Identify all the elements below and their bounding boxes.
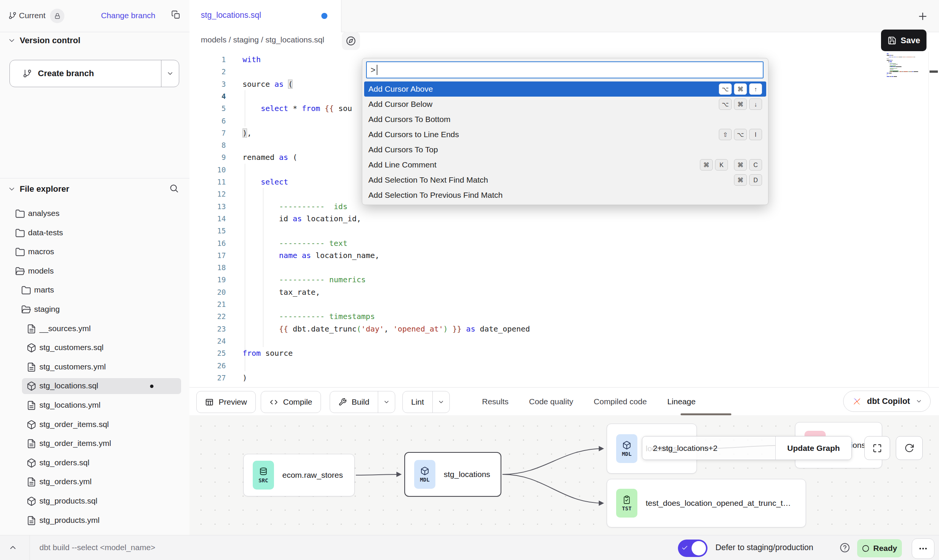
- palette-item-add-cursors-to-top[interactable]: Add Cursors To Top: [362, 142, 768, 157]
- file-tree-item-stg-customers-yml[interactable]: stg_customers.yml: [0, 359, 189, 375]
- code-line-15: 15: [189, 225, 883, 237]
- tab-compiled-code[interactable]: Compiled code: [594, 397, 647, 406]
- line-number: 5: [189, 102, 226, 115]
- help-icon[interactable]: [840, 543, 850, 553]
- line-number: 2: [189, 66, 226, 78]
- new-tab-button[interactable]: [917, 11, 928, 22]
- ellipsis-icon: [918, 544, 928, 554]
- lineage-node-test-does-location-opened[interactable]: TSTtest_does_location_opened_at_trunc_t…: [607, 479, 806, 527]
- update-graph-button[interactable]: Update Graph: [775, 436, 851, 460]
- lineage-selector-value: 2+stg_locations+2: [653, 444, 717, 453]
- lineage-selector-input[interactable]: 2+stg_locations+2: [642, 436, 775, 460]
- search-icon[interactable]: [169, 183, 179, 193]
- key-cap: ⌥: [719, 83, 732, 95]
- file-tree-item-stg-products-yml[interactable]: stg_products.yml: [0, 513, 189, 529]
- line-number: 1: [189, 53, 226, 66]
- file-tree-item-macros[interactable]: macros: [0, 244, 189, 260]
- dbt-copilot-button[interactable]: dbt Copilot: [843, 391, 931, 412]
- tab-code-quality[interactable]: Code quality: [529, 397, 573, 406]
- refresh-graph-button[interactable]: [896, 436, 923, 460]
- key-cap: I: [749, 129, 762, 140]
- lint-label: Lint: [411, 397, 424, 407]
- lineage-node-model-stg-locations[interactable]: MDLstg_locations: [404, 452, 501, 497]
- file-tree-item-marts[interactable]: marts: [0, 282, 189, 298]
- file-icon: [27, 324, 36, 334]
- file-tree-item-stg-locations-yml[interactable]: stg_locations.yml: [0, 397, 189, 413]
- file-tree-item-data-tests[interactable]: data-tests: [0, 225, 189, 241]
- lineage-graph-panel[interactable]: SRCecom.raw_storesMDLstg_locationsMDLloc…: [189, 415, 939, 535]
- overview-ruler[interactable]: [928, 52, 939, 387]
- file-tree-item-models[interactable]: models: [0, 263, 189, 279]
- file-explorer-section-header[interactable]: File explorer: [0, 182, 189, 197]
- create-branch-dropdown[interactable]: [161, 60, 179, 87]
- palette-item-add-cursors-to-line-ends[interactable]: Add Cursors to Line Ends⇧⌥I: [362, 127, 768, 142]
- palette-item-label: Add Cursors to Line Ends: [368, 130, 459, 139]
- file-tree-item-stg-customers-sql[interactable]: stg_customers.sql: [0, 340, 189, 356]
- palette-item-add-cursors-to-bottom[interactable]: Add Cursors To Bottom: [362, 112, 768, 127]
- line-number: 24: [189, 335, 226, 347]
- palette-item-add-selection-to-previous-find-match[interactable]: Add Selection To Previous Find Match: [362, 188, 768, 203]
- tab-lineage[interactable]: Lineage: [667, 397, 696, 406]
- cube-icon: [622, 441, 631, 450]
- build-button[interactable]: Build: [330, 391, 395, 413]
- file-tree-item-stg-order-items-yml[interactable]: stg_order_items.yml: [0, 436, 189, 452]
- file-tree-item--sources-yml[interactable]: __sources.yml: [0, 321, 189, 337]
- chevron-down-icon: [916, 398, 922, 405]
- expand-command-panel-button[interactable]: [8, 543, 17, 552]
- defer-label: Defer to staging/production: [715, 535, 813, 560]
- file-tree-item-stg-products-sql[interactable]: stg_products.sql: [0, 493, 189, 509]
- folder-icon: [21, 285, 31, 295]
- change-branch-link[interactable]: Change branch: [101, 11, 155, 20]
- palette-item-add-selection-to-next-find-match[interactable]: Add Selection To Next Find Match⌘D: [362, 172, 768, 188]
- palette-item-add-cursor-above[interactable]: Add Cursor Above⌥⌘↑: [364, 81, 766, 97]
- tab-stg-locations-sql[interactable]: stg_locations.sql: [189, 0, 341, 32]
- line-number: 4: [189, 90, 226, 103]
- file-tree-item-stg-locations-sql[interactable]: stg_locations.sql: [0, 378, 189, 394]
- version-control-section-header[interactable]: Version control: [0, 33, 189, 48]
- unsaved-changes-dot: [321, 13, 327, 19]
- file-name: stg_orders.sql: [39, 458, 89, 467]
- palette-item-add-cursor-below[interactable]: Add Cursor Below⌥⌘↓: [362, 97, 768, 112]
- preview-button[interactable]: Preview: [196, 391, 256, 413]
- divider: [30, 535, 30, 560]
- file-icon: [27, 477, 36, 487]
- lineage-node-source-ecom-raw-stores[interactable]: SRCecom.raw_stores: [243, 454, 355, 496]
- copy-icon[interactable]: [171, 10, 180, 19]
- fullscreen-button[interactable]: [864, 436, 890, 460]
- create-branch-button[interactable]: Create branch: [9, 60, 179, 87]
- build-dropdown[interactable]: [378, 391, 395, 413]
- toggle-knob: [692, 541, 706, 555]
- more-options-button[interactable]: [912, 538, 934, 559]
- file-tree-item-stg-orders-sql[interactable]: stg_orders.sql: [0, 455, 189, 471]
- compile-button[interactable]: Compile: [261, 391, 321, 413]
- file-tree-item-staging[interactable]: staging: [0, 302, 189, 318]
- code-line-16: 16 ---------- text: [189, 237, 883, 250]
- key-cap: ⌘: [734, 174, 747, 186]
- tab-results[interactable]: Results: [482, 397, 509, 406]
- clipboard-icon: [622, 495, 631, 504]
- file-tree-item-analyses[interactable]: analyses: [0, 206, 189, 222]
- git-branch-icon: [8, 11, 17, 20]
- save-button[interactable]: Save: [881, 30, 926, 51]
- command-input[interactable]: dbt build --select <model_name>: [39, 535, 155, 560]
- refresh-icon: [905, 443, 914, 453]
- line-number: 13: [189, 200, 226, 213]
- navigate-button[interactable]: [342, 32, 360, 50]
- compass-icon: [346, 36, 356, 46]
- line-number: 27: [189, 372, 226, 384]
- palette-item-add-selection-to-all-find-matches[interactable]: Add Selection To All Find Matches: [362, 203, 768, 205]
- cube-icon: [27, 496, 36, 506]
- minimap[interactable]: [887, 53, 923, 77]
- lint-button[interactable]: Lint: [402, 391, 450, 413]
- line-number: 14: [189, 213, 226, 225]
- lint-dropdown[interactable]: [432, 391, 449, 413]
- file-tree-item-stg-orders-yml[interactable]: stg_orders.yml: [0, 474, 189, 490]
- file-tree-item-stg-order-items-sql[interactable]: stg_order_items.sql: [0, 417, 189, 433]
- palette-item-add-line-comment[interactable]: Add Line Comment⌘K⌘C: [362, 157, 768, 172]
- palette-item-label: Add Cursors To Top: [368, 145, 438, 154]
- command-palette-input[interactable]: >: [366, 61, 764, 78]
- shortcut-key-group: ⌥⌘↑: [719, 83, 762, 95]
- chevron-down-icon: [8, 36, 16, 45]
- key-cap: ⌥: [719, 99, 732, 110]
- defer-toggle[interactable]: [678, 540, 707, 557]
